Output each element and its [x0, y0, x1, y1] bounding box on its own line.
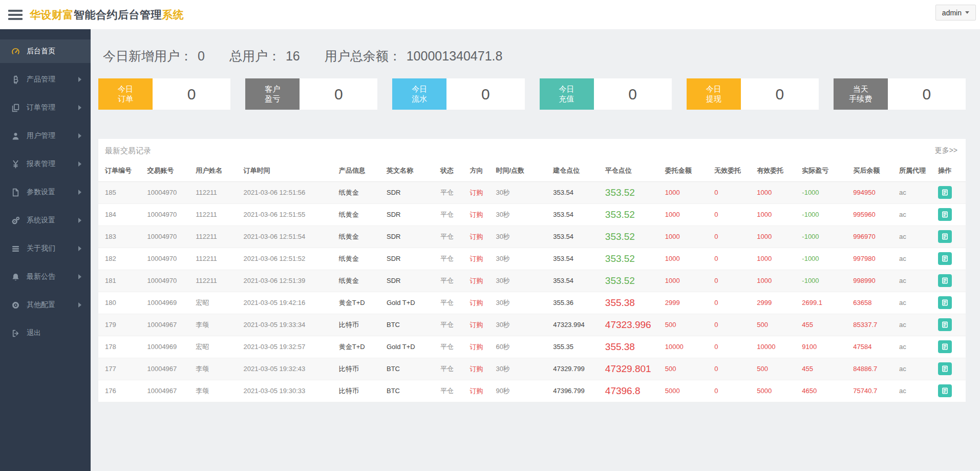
cell-invalid: 0: [712, 358, 755, 380]
cell-open: 355.35: [551, 336, 603, 358]
trades-table-body: 185100049701122112021-03-06 12:51:56纸黄金S…: [98, 181, 966, 402]
cell-actions: [936, 292, 966, 314]
yen-icon: [10, 160, 20, 169]
chevron-right-icon: [78, 218, 81, 223]
row-detail-button[interactable]: [938, 186, 952, 199]
sidebar-item-about[interactable]: 关于我们: [0, 237, 91, 260]
row-detail-button[interactable]: [938, 384, 952, 397]
table-row: 184100049701122112021-03-06 12:51:55纸黄金S…: [98, 203, 966, 226]
cell-invalid: 0: [712, 203, 755, 226]
sidebar-item-products[interactable]: 产品管理: [0, 68, 91, 91]
cell-agent: ac: [897, 336, 936, 358]
row-detail-button[interactable]: [938, 274, 952, 287]
stat-card-customer-pnl: 客户 盈亏 0: [245, 78, 377, 110]
cell-status: 平仓: [438, 203, 468, 226]
sidebar-item-reports[interactable]: 报表管理: [0, 152, 91, 176]
cell-profit: 455: [800, 358, 851, 380]
table-header-row: 订单编号交易账号用户姓名订单时间产品信息英文名称状态方向时间/点数建仓点位平仓点…: [98, 162, 966, 181]
cell-time: 2021-03-06 12:51:56: [241, 181, 336, 203]
latest-trades-panel: 最新交易记录 更多>> 订单编号交易账号用户姓名订单时间产品信息英文名称状态方向…: [98, 139, 966, 402]
stat-card-today-deposit: 今日 充值 0: [540, 78, 672, 110]
sidebar-item-logout[interactable]: 退出: [0, 321, 91, 345]
cell-duration: 30秒: [494, 226, 551, 248]
column-header: 平仓点位: [603, 162, 663, 181]
cell-amount: 1000: [663, 248, 713, 270]
column-header: 方向: [468, 162, 494, 181]
row-detail-button[interactable]: [938, 296, 952, 309]
cell-id: 184: [98, 203, 145, 226]
user-menu[interactable]: admin: [935, 5, 976, 21]
cell-agent: ac: [897, 292, 936, 314]
row-detail-button[interactable]: [938, 340, 952, 353]
cell-status: 平仓: [438, 314, 468, 336]
card-label: 今日 流水: [392, 78, 446, 110]
cell-en: BTC: [385, 358, 438, 380]
cell-name: 112211: [194, 181, 241, 203]
cell-open: 353.54: [551, 248, 603, 270]
cell-close: 47323.996: [603, 314, 663, 336]
table-row: 17710004967李颂2021-03-05 19:32:43比特币BTC平仓…: [98, 358, 966, 380]
cell-close: 353.52: [603, 270, 663, 292]
sidebar-item-orders[interactable]: 订单管理: [0, 96, 91, 119]
cell-balance: 994950: [851, 181, 897, 203]
row-detail-button[interactable]: [938, 362, 952, 375]
sidebar-item-label: 最新公告: [27, 272, 55, 281]
cell-name: 112211: [194, 248, 241, 270]
row-detail-button[interactable]: [938, 230, 952, 243]
sidebar-item-label: 订单管理: [27, 103, 55, 112]
cell-time: 2021-03-05 19:32:57: [241, 336, 336, 358]
sidebar-item-other-config[interactable]: 其他配置: [0, 293, 91, 317]
menu-toggle-icon[interactable]: [8, 10, 23, 20]
cell-amount: 1000: [663, 270, 713, 292]
column-header: 订单时间: [241, 162, 336, 181]
cell-actions: [936, 380, 966, 402]
cell-valid: 2999: [755, 292, 800, 314]
table-row: 181100049701122112021-03-06 12:51:39纸黄金S…: [98, 270, 966, 292]
cell-open: 47323.994: [551, 314, 603, 336]
cell-agent: ac: [897, 314, 936, 336]
sidebar-item-users[interactable]: 用户管理: [0, 124, 91, 148]
cell-status: 平仓: [438, 336, 468, 358]
main-content: 今日新增用户：0 总用户：16 用户总余额：100001340471.8 今日 …: [91, 29, 980, 471]
cell-actions: [936, 181, 966, 203]
stat-label: 用户总余额：: [325, 49, 401, 63]
sidebar-item-announcements[interactable]: 最新公告: [0, 265, 91, 289]
cell-invalid: 0: [712, 181, 755, 203]
sidebar-item-label: 报表管理: [27, 159, 55, 169]
column-header: 交易账号: [145, 162, 194, 181]
cell-close: 353.52: [603, 203, 663, 226]
user-icon: [10, 132, 20, 140]
cell-status: 平仓: [438, 270, 468, 292]
row-detail-button[interactable]: [938, 208, 952, 221]
cell-duration: 30秒: [494, 181, 551, 203]
stat-card-today-flow: 今日 流水 0: [392, 78, 524, 110]
card-value: 0: [888, 78, 966, 110]
cell-balance: 47584: [851, 336, 897, 358]
column-header: 有效委托: [755, 162, 800, 181]
cell-name: 112211: [194, 203, 241, 226]
card-label: 今日 充值: [540, 78, 594, 110]
summary-stats: 今日新增用户：0 总用户：16 用户总余额：100001340471.8: [98, 48, 966, 65]
cell-status: 平仓: [438, 181, 468, 203]
sidebar-item-parameters[interactable]: 参数设置: [0, 180, 91, 204]
stat-total-users: 总用户：16: [229, 48, 300, 65]
cell-invalid: 0: [712, 380, 755, 402]
cell-account: 10004970: [145, 203, 194, 226]
cell-profit: -1000: [800, 181, 851, 203]
cell-time: 2021-03-06 12:51:55: [241, 203, 336, 226]
row-detail-button[interactable]: [938, 252, 952, 265]
sidebar-item-system[interactable]: 系统设置: [0, 209, 91, 232]
gears-icon: [10, 216, 20, 225]
cell-profit: -1000: [800, 270, 851, 292]
cell-open: 47396.799: [551, 380, 603, 402]
user-menu-label: admin: [942, 9, 962, 17]
cell-en: Gold T+D: [385, 336, 438, 358]
sidebar-item-home[interactable]: 后台首页: [0, 39, 91, 63]
stat-cards: 今日 订单 0 客户 盈亏 0 今日 流水 0 今日 充值 0 今日 提现 0 …: [98, 78, 966, 110]
cell-id: 181: [98, 270, 145, 292]
row-detail-button[interactable]: [938, 318, 952, 331]
chevron-right-icon: [78, 161, 81, 167]
stat-value: 16: [286, 49, 300, 63]
column-header: 建仓点位: [551, 162, 603, 181]
more-link[interactable]: 更多>>: [935, 146, 957, 155]
